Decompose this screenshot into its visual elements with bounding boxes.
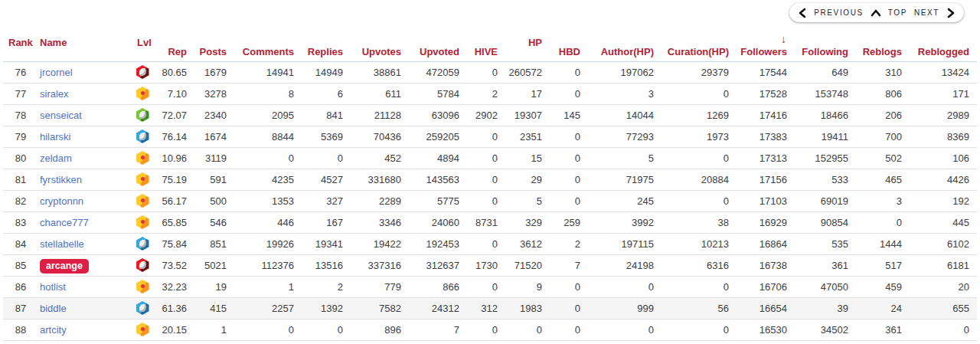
user-link[interactable]: zeldam bbox=[40, 152, 72, 164]
next-button[interactable]: NEXT bbox=[914, 8, 939, 17]
hive-cell: 8731 bbox=[467, 211, 505, 233]
previous-button[interactable]: PREVIOUS bbox=[814, 8, 863, 17]
rep-cell: 20.15 bbox=[155, 319, 194, 340]
posts-cell: 500 bbox=[194, 190, 234, 211]
upvotes-cell: 3346 bbox=[351, 211, 409, 233]
col-header-upvoted[interactable]: Upvoted bbox=[409, 31, 467, 61]
hbd-cell: 145 bbox=[550, 104, 588, 126]
col-header-rep[interactable]: Rep bbox=[155, 31, 194, 61]
col-header-hbd[interactable]: HBD bbox=[550, 31, 588, 61]
hp-cell: 15 bbox=[505, 147, 550, 169]
following-cell: 153748 bbox=[795, 83, 856, 104]
hbd-cell: 7 bbox=[550, 254, 588, 276]
upvotes-cell: 21128 bbox=[351, 104, 409, 126]
posts-cell: 1679 bbox=[194, 61, 234, 83]
reblogged-cell: 4426 bbox=[910, 169, 977, 190]
table-row[interactable]: 84 stellabelle 75.84 851 19926 19341 194… bbox=[3, 233, 977, 254]
table-row[interactable]: 87 biddle 61.36 415 2257 1392 7582 24312… bbox=[3, 297, 977, 319]
rep-cell: 61.36 bbox=[155, 297, 194, 319]
col-header-rank[interactable]: Rank bbox=[3, 31, 38, 61]
col-header-lvl[interactable]: Lvl bbox=[130, 31, 155, 61]
rank-cell: 87 bbox=[3, 297, 38, 319]
replies-cell: 14949 bbox=[302, 61, 351, 83]
col-header-reblogged[interactable]: Reblogged bbox=[910, 31, 977, 61]
reblogs-cell: 361 bbox=[856, 319, 910, 340]
col-header-replies[interactable]: Replies bbox=[302, 31, 351, 61]
table-row[interactable]: 88 artcity 20.15 1 0 0 896 7 0 0 0 0 0 1… bbox=[3, 319, 977, 340]
reblogs-cell: 517 bbox=[856, 254, 910, 276]
author-hp-cell: 999 bbox=[588, 297, 662, 319]
col-header-posts[interactable]: Posts bbox=[194, 31, 234, 61]
user-link[interactable]: artcity bbox=[40, 324, 67, 336]
table-row[interactable]: 85 arcange 73.52 5021 112376 13516 33731… bbox=[3, 254, 977, 276]
upvotes-cell: 2289 bbox=[351, 190, 409, 211]
curation-hp-cell: 0 bbox=[662, 319, 737, 340]
author-hp-cell: 5 bbox=[588, 147, 662, 169]
col-header-curation-hp[interactable]: Curation(HP) bbox=[662, 31, 737, 61]
table-row[interactable]: 80 zeldam 10.96 3119 0 0 452 4894 0 15 0… bbox=[3, 147, 977, 169]
col-header-upvotes[interactable]: Upvotes bbox=[351, 31, 409, 61]
upvoted-cell: 4894 bbox=[409, 147, 467, 169]
col-header-name[interactable]: Name bbox=[38, 31, 130, 61]
user-link[interactable]: fyrstikken bbox=[40, 174, 82, 185]
comments-cell: 8 bbox=[234, 83, 302, 104]
hbd-cell: 259 bbox=[550, 211, 588, 233]
following-cell: 69019 bbox=[795, 190, 856, 211]
upvoted-cell: 312637 bbox=[409, 254, 467, 276]
rank-cell: 85 bbox=[3, 254, 38, 276]
reblogged-cell: 20 bbox=[910, 276, 977, 297]
level-badge-icon bbox=[136, 301, 149, 315]
comments-cell: 446 bbox=[234, 211, 302, 233]
rep-cell: 75.19 bbox=[155, 169, 194, 190]
user-link[interactable]: jrcornel bbox=[40, 67, 73, 78]
upvoted-cell: 259205 bbox=[409, 126, 467, 147]
comments-cell: 112376 bbox=[234, 254, 302, 276]
col-header-followers[interactable]: ↓ Followers bbox=[737, 31, 795, 61]
user-link[interactable]: hotlist bbox=[40, 281, 66, 293]
top-chevron-icon[interactable] bbox=[871, 9, 881, 17]
comments-cell: 14941 bbox=[234, 61, 302, 83]
table-row[interactable]: 86 hotlist 32.23 19 1 2 779 866 0 9 0 0 … bbox=[3, 276, 977, 297]
user-link[interactable]: siralex bbox=[40, 88, 69, 100]
user-link[interactable]: senseicat bbox=[40, 110, 82, 121]
col-label: Curation(HP) bbox=[668, 46, 729, 57]
user-link[interactable]: hilarski bbox=[40, 131, 70, 143]
author-hp-cell: 3 bbox=[588, 83, 662, 104]
table-row[interactable]: 78 senseicat 72.07 2340 2095 841 21128 6… bbox=[3, 104, 977, 126]
posts-cell: 546 bbox=[194, 211, 234, 233]
level-cell bbox=[130, 297, 155, 319]
table-row[interactable]: 77 siralex 7.10 3278 8 6 611 5784 2 17 0… bbox=[3, 83, 977, 104]
posts-cell: 2340 bbox=[194, 104, 234, 126]
rank-cell: 83 bbox=[3, 211, 38, 233]
name-cell: jrcornel bbox=[38, 61, 130, 83]
col-header-hive[interactable]: HIVE bbox=[467, 31, 505, 61]
table-row[interactable]: 79 hilarski 76.14 1674 8844 5369 70436 2… bbox=[3, 126, 977, 147]
replies-cell: 841 bbox=[302, 104, 351, 126]
user-link[interactable]: biddle bbox=[40, 303, 67, 314]
table-row[interactable]: 82 cryptonnn 56.17 500 1353 327 2289 577… bbox=[3, 190, 977, 211]
table-row[interactable]: 81 fyrstikken 75.19 591 4235 4527 331680… bbox=[3, 169, 977, 190]
col-header-comments[interactable]: Comments bbox=[234, 31, 302, 61]
user-link[interactable]: arcange bbox=[40, 259, 89, 274]
following-cell: 152955 bbox=[795, 147, 856, 169]
rank-cell: 84 bbox=[3, 233, 38, 254]
col-header-following[interactable]: Following bbox=[795, 31, 856, 61]
user-link[interactable]: stellabelle bbox=[40, 238, 84, 250]
col-label: HP bbox=[528, 37, 542, 48]
col-header-reblogs[interactable]: Reblogs bbox=[856, 31, 910, 61]
rank-cell: 80 bbox=[3, 147, 38, 169]
col-header-hp[interactable]: HP bbox=[505, 31, 550, 61]
next-chevron-icon[interactable] bbox=[946, 8, 956, 18]
user-link[interactable]: cryptonnn bbox=[40, 195, 83, 207]
following-cell: 535 bbox=[795, 233, 856, 254]
rep-cell: 80.65 bbox=[155, 61, 194, 83]
top-button[interactable]: TOP bbox=[888, 8, 907, 17]
hp-cell: 2351 bbox=[505, 126, 550, 147]
col-header-author-hp[interactable]: Author(HP) bbox=[588, 31, 662, 61]
table-row[interactable]: 83 chance777 65.85 546 446 167 3346 2406… bbox=[3, 211, 977, 233]
user-link[interactable]: chance777 bbox=[40, 217, 89, 228]
table-row[interactable]: 76 jrcornel 80.65 1679 14941 14949 38861… bbox=[3, 61, 977, 83]
previous-chevron-icon[interactable] bbox=[798, 8, 807, 18]
col-label: Posts bbox=[200, 46, 227, 57]
reblogged-cell: 445 bbox=[910, 211, 977, 233]
